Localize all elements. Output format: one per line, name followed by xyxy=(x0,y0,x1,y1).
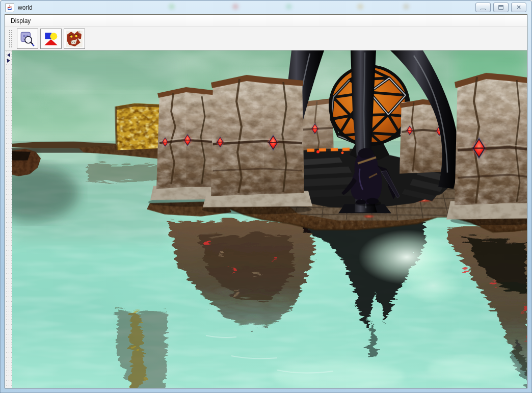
stone-pillar xyxy=(202,75,312,215)
maximize-button[interactable] xyxy=(493,3,509,12)
content-pane: Display xyxy=(5,14,527,388)
magnifier-scene-button[interactable] xyxy=(17,29,38,49)
world-render-viewport[interactable] xyxy=(12,50,527,388)
close-button[interactable]: ✕ xyxy=(511,3,526,12)
expand-right-arrow-icon[interactable] xyxy=(7,59,10,63)
glass-reflection xyxy=(403,4,409,10)
primitive-shapes-icon xyxy=(43,31,59,47)
close-icon: ✕ xyxy=(516,5,521,10)
glass-reflection xyxy=(357,4,363,10)
split-pane-divider[interactable] xyxy=(5,50,12,388)
dragon-head-icon xyxy=(66,31,83,47)
main-area xyxy=(5,50,527,388)
toolbar xyxy=(5,27,527,50)
toolbar-drag-handle[interactable] xyxy=(9,30,13,48)
magnifier-scene-icon xyxy=(19,31,36,47)
glass-reflection xyxy=(232,4,238,10)
menubar: Display xyxy=(5,15,527,27)
primitive-shapes-button[interactable] xyxy=(40,29,62,49)
water-bright-glow xyxy=(403,267,464,304)
gold-ore-pillar xyxy=(116,103,162,150)
window-controls: ✕ xyxy=(475,3,526,12)
window-title: world xyxy=(18,4,33,11)
menu-display[interactable]: Display xyxy=(5,16,36,26)
collapse-left-arrow-icon[interactable] xyxy=(7,53,10,57)
minimize-button[interactable] xyxy=(475,3,491,12)
java-coffee-cup-icon xyxy=(5,3,14,12)
world-render xyxy=(12,50,527,388)
app-window: world ✕ Display xyxy=(0,0,532,393)
minimize-icon xyxy=(481,9,486,10)
dragon-head-button[interactable] xyxy=(64,29,85,49)
glass-reflection xyxy=(169,4,175,10)
maximize-icon xyxy=(498,5,503,10)
stone-pillar xyxy=(446,73,527,226)
glass-reflection xyxy=(286,4,292,10)
titlebar[interactable]: world ✕ xyxy=(1,1,531,14)
